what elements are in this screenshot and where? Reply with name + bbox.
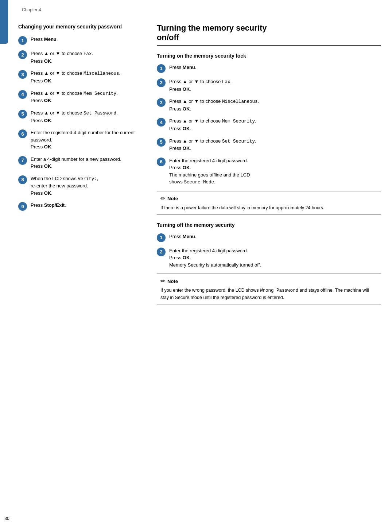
ok-bold-2: OK	[44, 58, 51, 64]
left-step-2: 2 Press ▲ or ▼ to choose Fax. Press OK.	[18, 50, 142, 65]
right-on-step-content-2: Press ▲ or ▼ to choose Fax. Press OK.	[169, 78, 381, 93]
misc-mono-3: Miscellaneous	[84, 71, 119, 76]
ok-bold-4: OK	[44, 98, 51, 103]
left-step-3: 3 Press ▲ or ▼ to choose Miscellaneous. …	[18, 70, 142, 84]
left-section-title: Changing your memory security password	[18, 23, 142, 30]
turn-on-note-text: If there is a power failure the data wil…	[160, 205, 325, 210]
step-number-2: 2	[18, 50, 27, 59]
content-area: Chapter 4 Changing your memory security …	[18, 0, 381, 310]
turn-on-title: Turning on the memory security lock	[157, 53, 381, 59]
right-on-step-content-5: Press ▲ or ▼ to choose Set Security. Pre…	[169, 137, 381, 152]
fax-mono-2: Fax	[84, 51, 92, 57]
right-on-step-number-1: 1	[157, 64, 166, 73]
ok-bold-7: OK	[44, 163, 51, 169]
right-on-step-2: 2 Press ▲ or ▼ to choose Fax. Press OK.	[157, 78, 381, 93]
right-on-step-number-2: 2	[157, 78, 166, 87]
step-content-5: Press ▲ or ▼ to choose Set Password. Pre…	[31, 109, 142, 124]
ok-bold-5: OK	[44, 118, 51, 123]
left-column: Changing your memory security password 1…	[18, 23, 142, 216]
right-title-line2: on/off	[157, 33, 179, 42]
note-label-2: Note	[167, 278, 178, 285]
step-number-4: 4	[18, 90, 27, 99]
left-sidebar	[0, 0, 14, 532]
step-number-5: 5	[18, 110, 27, 119]
fax-mono-r2: Fax	[222, 79, 230, 85]
step-content-6: Enter the registered 4-digit number for …	[31, 129, 142, 151]
ok-bold-r4: OK	[183, 126, 190, 131]
ok-bold-off2: OK	[183, 255, 190, 260]
step-content-3: Press ▲ or ▼ to choose Miscellaneous. Pr…	[31, 70, 142, 84]
right-on-step-5: 5 Press ▲ or ▼ to choose Set Security. P…	[157, 137, 381, 152]
right-on-step-content-4: Press ▲ or ▼ to choose Mem Security. Pre…	[169, 117, 381, 132]
menu-bold-off1: Menu	[183, 234, 195, 239]
step-content-9: Press Stop/Exit.	[31, 202, 142, 209]
left-step-7: 7 Enter a 4-digit number for a new passw…	[18, 156, 142, 170]
page-num-text: 30	[4, 516, 9, 521]
wrongpassword-mono: Wrong Password	[260, 288, 298, 293]
turn-off-note-box: ✏ Note If you enter the wrong password, …	[157, 273, 381, 304]
left-step-5: 5 Press ▲ or ▼ to choose Set Password. P…	[18, 109, 142, 124]
ok-bold-r2: OK	[183, 86, 190, 92]
ok-bold-8: OK	[44, 190, 51, 196]
note-icon-2: ✏	[160, 277, 165, 286]
right-off-step-number-1: 1	[157, 233, 166, 242]
left-step-4: 4 Press ▲ or ▼ to choose Mem Security. P…	[18, 90, 142, 104]
step-content-1: Press Menu.	[31, 36, 142, 43]
ok-bold-6: OK	[44, 144, 51, 149]
stopexit-bold-9: Stop/Exit	[44, 202, 65, 208]
left-step-8: 8 When the LCD shows Verify:, re-enter t…	[18, 175, 142, 197]
right-off-step-1: 1 Press Menu.	[157, 233, 381, 242]
turn-on-note-header: ✏ Note	[160, 194, 377, 203]
blue-tab	[0, 0, 8, 44]
note-icon-1: ✏	[160, 194, 165, 203]
menu-bold-1: Menu	[44, 36, 57, 42]
right-on-step-1: 1 Press Menu.	[157, 64, 381, 73]
verify-mono-8: Verify:	[78, 176, 97, 182]
turn-off-title: Turning off the memory security	[157, 222, 381, 228]
step-number-3: 3	[18, 70, 27, 79]
right-main-title: Turning the memory security on/off	[157, 23, 381, 46]
right-off-step-content-1: Press Menu.	[169, 233, 381, 240]
right-on-step-content-6: Enter the registered 4-digit password. P…	[169, 157, 381, 186]
step-content-8: When the LCD shows Verify:, re-enter the…	[31, 175, 142, 197]
right-off-step-number-2: 2	[157, 248, 166, 256]
right-on-step-number-4: 4	[157, 118, 166, 127]
right-on-step-4: 4 Press ▲ or ▼ to choose Mem Security. P…	[157, 117, 381, 132]
right-title-line1: Turning the memory security	[157, 23, 267, 32]
misc-mono-r3: Miscellaneous	[222, 99, 258, 104]
menu-bold-r1: Menu	[183, 65, 195, 70]
ok-bold-r6: OK	[183, 165, 190, 170]
right-on-step-number-6: 6	[157, 158, 166, 166]
step-number-9: 9	[18, 202, 27, 211]
ok-bold-r3: OK	[183, 106, 190, 112]
note-label-1: Note	[167, 195, 178, 202]
right-off-step-2: 2 Enter the registered 4-digit password.…	[157, 247, 381, 269]
left-step-1: 1 Press Menu.	[18, 36, 142, 45]
setsecurity-mono-r5: Set Security	[222, 139, 255, 144]
setpassword-mono-5: Set Password	[84, 111, 116, 116]
memsecurity-mono-r4: Mem Security	[222, 119, 255, 124]
left-step-6: 6 Enter the registered 4-digit number fo…	[18, 129, 142, 151]
turn-on-note-box: ✏ Note If there is a power failure the d…	[157, 191, 381, 215]
turn-off-note-header: ✏ Note	[160, 277, 377, 286]
two-column-layout: Changing your memory security password 1…	[18, 23, 381, 310]
step-number-7: 7	[18, 156, 27, 165]
left-step-9: 9 Press Stop/Exit.	[18, 202, 142, 211]
step-content-2: Press ▲ or ▼ to choose Fax. Press OK.	[31, 50, 142, 65]
step-number-1: 1	[18, 36, 27, 45]
memsecurity-mono-4: Mem Security	[84, 91, 116, 96]
turn-on-section: Turning on the memory security lock 1 Pr…	[157, 53, 381, 215]
right-on-step-number-5: 5	[157, 138, 166, 147]
right-column: Turning the memory security on/off Turni…	[157, 23, 381, 310]
step-content-4: Press ▲ or ▼ to choose Mem Security. Pre…	[31, 90, 142, 104]
ok-bold-3: OK	[44, 78, 51, 84]
securemode-mono-r6: Secure Mode	[184, 180, 214, 185]
right-on-step-content-3: Press ▲ or ▼ to choose Miscellaneous. Pr…	[169, 98, 381, 112]
turn-off-section: Turning off the memory security 1 Press …	[157, 222, 381, 304]
right-off-step-content-2: Enter the registered 4-digit password. P…	[169, 247, 381, 269]
right-on-step-content-1: Press Menu.	[169, 64, 381, 71]
right-on-step-3: 3 Press ▲ or ▼ to choose Miscellaneous. …	[157, 98, 381, 112]
right-on-step-number-3: 3	[157, 98, 166, 107]
page-number: 30	[0, 516, 14, 521]
ok-bold-r5: OK	[183, 145, 190, 151]
